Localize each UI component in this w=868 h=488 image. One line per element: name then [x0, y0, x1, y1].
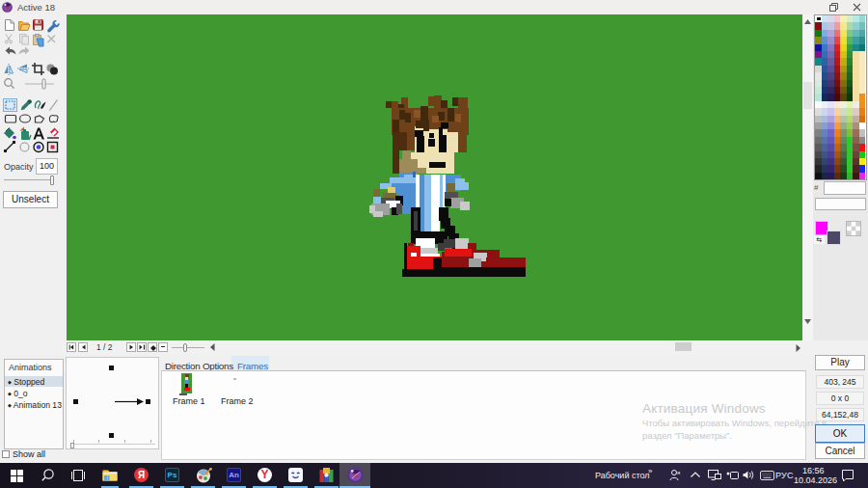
svg-text:я: я: [677, 470, 680, 475]
